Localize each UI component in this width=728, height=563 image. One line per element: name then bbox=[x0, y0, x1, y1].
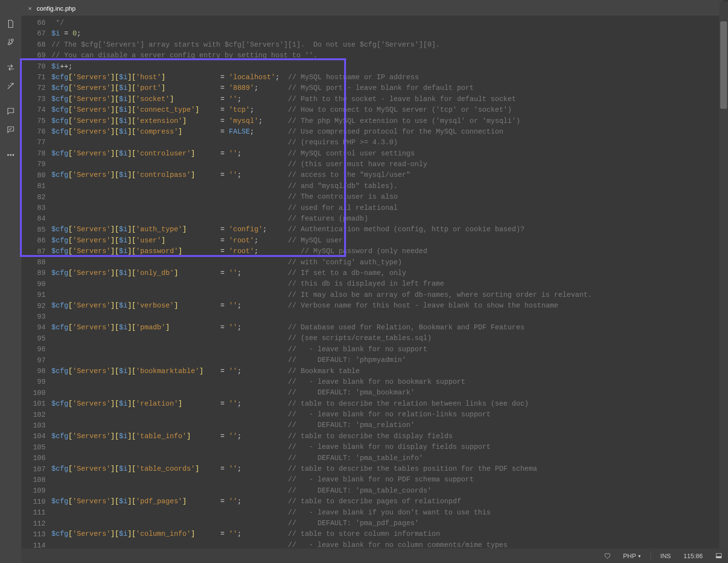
code-line[interactable]: // - leave blank for no support bbox=[51, 344, 723, 355]
code-line[interactable]: $cfg['Servers'][$i]['pmadb'] = ''; // Da… bbox=[51, 322, 723, 333]
code-line[interactable]: // - leave blank for no bookmark support bbox=[51, 376, 723, 387]
code-line[interactable]: // (this user must have read-only bbox=[51, 159, 723, 170]
code-line[interactable]: $cfg['Servers'][$i]['bookmarktable'] = '… bbox=[51, 366, 723, 376]
chat-check-icon[interactable] bbox=[5, 124, 16, 135]
code-line[interactable]: // It may also be an array of db-names, … bbox=[51, 290, 723, 300]
code-line[interactable]: $cfg['Servers'][$i]['pdf_pages'] = ''; /… bbox=[51, 496, 723, 507]
status-language-label: PHP bbox=[623, 552, 636, 560]
swap-icon[interactable] bbox=[5, 62, 16, 73]
code-line[interactable]: $cfg['Servers'][$i]['auth_type'] = 'conf… bbox=[51, 224, 723, 235]
code-line[interactable]: $cfg['Servers'][$i]['column_info'] = '';… bbox=[51, 529, 723, 539]
svg-rect-4 bbox=[716, 556, 722, 558]
code-line[interactable]: $i = 0; bbox=[51, 28, 723, 39]
code-line[interactable]: $cfg['Servers'][$i]['socket'] = ''; // P… bbox=[51, 94, 723, 104]
vertical-scrollbar[interactable] bbox=[719, 2, 728, 548]
code-line[interactable]: $cfg['Servers'][$i]['verbose'] = ''; // … bbox=[51, 300, 723, 311]
file-icon[interactable] bbox=[5, 18, 16, 29]
status-cursor-position[interactable]: 115:86 bbox=[680, 552, 706, 560]
code-line[interactable]: // The $cfg['Servers'] array starts with… bbox=[51, 39, 723, 50]
code-line[interactable]: // DEFAULT: 'phpmyadmin' bbox=[51, 355, 723, 365]
code-line[interactable]: // You can disable a server config entry… bbox=[51, 50, 723, 61]
editor-area[interactable]: 6667686970717273747576777879808182838485… bbox=[21, 16, 723, 548]
code-line[interactable]: $cfg['Servers'][$i]['controluser'] = '';… bbox=[51, 148, 723, 159]
line-number-gutter: 6667686970717273747576777879808182838485… bbox=[21, 17, 51, 551]
code-view[interactable]: */$i = 0;// The $cfg['Servers'] array st… bbox=[51, 17, 723, 548]
code-line[interactable]: $cfg['Servers'][$i]['connect_type'] = 't… bbox=[51, 104, 723, 115]
code-line[interactable]: */ bbox=[51, 17, 723, 28]
code-line[interactable]: $cfg['Servers'][$i]['table_coords'] = ''… bbox=[51, 463, 723, 474]
wand-icon[interactable] bbox=[5, 81, 16, 91]
code-line[interactable]: // DEFAULT: 'pma_table_info' bbox=[51, 453, 723, 463]
code-line[interactable]: // this db is displayed in left frame bbox=[51, 278, 723, 289]
status-panel-icon[interactable] bbox=[712, 552, 725, 559]
code-line[interactable]: $cfg['Servers'][$i]['extension'] = 'mysq… bbox=[51, 116, 723, 126]
scrollbar-thumb[interactable] bbox=[720, 21, 727, 109]
code-line[interactable] bbox=[51, 311, 723, 322]
code-line[interactable]: // features (pmadb) bbox=[51, 213, 723, 224]
svg-point-1 bbox=[10, 154, 11, 155]
code-line[interactable]: $cfg['Servers'][$i]['compress'] = FALSE;… bbox=[51, 126, 723, 137]
status-bar: PHP ▾ INS 115:86 bbox=[21, 548, 728, 563]
code-line[interactable]: $cfg['Servers'][$i]['controlpass'] = '';… bbox=[51, 170, 723, 180]
code-line[interactable]: $cfg['Servers'][$i]['user'] = 'root'; //… bbox=[51, 235, 723, 246]
code-line[interactable]: // - leave blank for no display fields s… bbox=[51, 442, 723, 452]
more-icon[interactable] bbox=[5, 150, 16, 160]
svg-point-2 bbox=[13, 154, 14, 155]
code-line[interactable]: $cfg['Servers'][$i]['only_db'] = ''; // … bbox=[51, 268, 723, 278]
code-line[interactable]: // (see scripts/create_tables.sql) bbox=[51, 333, 723, 343]
status-insert-mode[interactable]: INS bbox=[658, 552, 674, 560]
code-line[interactable]: $i++; bbox=[51, 61, 723, 72]
code-line[interactable]: // - leave blank for no PDF schema suppo… bbox=[51, 474, 723, 485]
chevron-down-icon: ▾ bbox=[638, 553, 641, 559]
code-line[interactable]: $cfg['Servers'][$i]['password'] = 'root'… bbox=[51, 246, 723, 256]
tab-label: config.inc.php bbox=[37, 5, 76, 12]
status-heart-icon[interactable] bbox=[601, 552, 613, 559]
tab-bar: × config.inc.php bbox=[21, 0, 723, 16]
comment-icon[interactable] bbox=[5, 106, 16, 117]
code-line[interactable]: $cfg['Servers'][$i]['relation'] = ''; //… bbox=[51, 398, 723, 409]
code-line[interactable]: // DEFAULT: 'pma_pdf_pages' bbox=[51, 518, 723, 529]
status-separator bbox=[650, 551, 651, 560]
code-line[interactable]: $cfg['Servers'][$i]['table_info'] = ''; … bbox=[51, 431, 723, 442]
code-line[interactable]: // DEFAULT: 'pma_table_coords' bbox=[51, 485, 723, 496]
svg-point-0 bbox=[8, 154, 9, 155]
code-line[interactable]: // - leave blank for no relation-links s… bbox=[51, 409, 723, 420]
code-line[interactable]: // - leave blank for no column comments/… bbox=[51, 540, 723, 548]
code-line[interactable]: // The controluser is also bbox=[51, 191, 723, 202]
code-line[interactable]: // and "mysql/db" tables). bbox=[51, 181, 723, 191]
close-icon[interactable]: × bbox=[28, 5, 32, 12]
tab-config-inc-php[interactable]: × config.inc.php bbox=[21, 0, 83, 16]
status-language[interactable]: PHP ▾ bbox=[620, 552, 644, 560]
code-line[interactable]: // used for all relational bbox=[51, 203, 723, 213]
code-line[interactable]: // - leave blank if you don't want to us… bbox=[51, 507, 723, 518]
activity-bar bbox=[0, 0, 21, 563]
code-line[interactable]: $cfg['Servers'][$i]['port'] = '8889'; //… bbox=[51, 83, 723, 93]
code-line[interactable]: // with 'config' auth_type) bbox=[51, 257, 723, 268]
code-line[interactable]: // (requires PHP >= 4.3.0) bbox=[51, 137, 723, 148]
code-line[interactable]: // DEFAULT: 'pma_bookmark' bbox=[51, 387, 723, 398]
source-control-icon[interactable] bbox=[5, 37, 16, 48]
code-line[interactable]: // DEFAULT: 'pma_relation' bbox=[51, 420, 723, 430]
code-line[interactable]: $cfg['Servers'][$i]['host'] = 'localhost… bbox=[51, 72, 723, 83]
